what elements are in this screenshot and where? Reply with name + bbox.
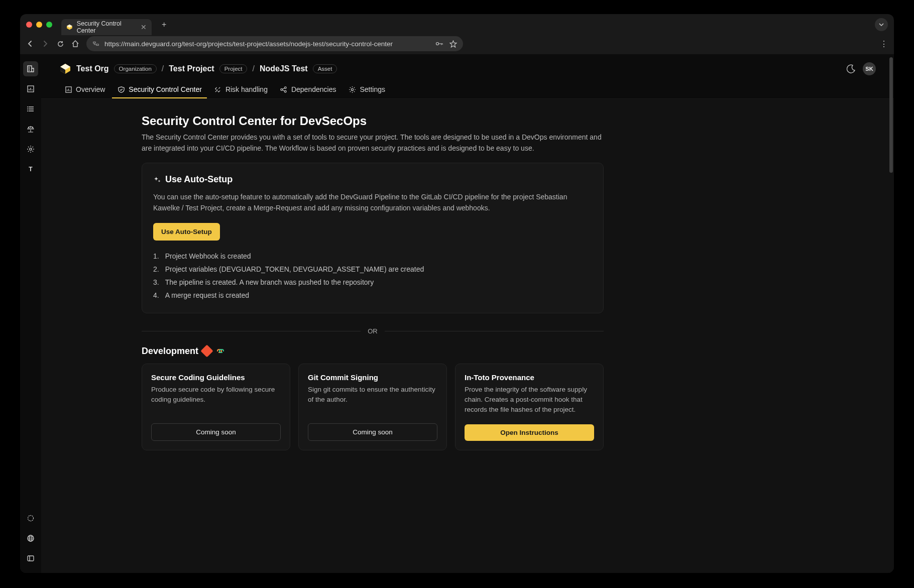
reload-button[interactable]: [56, 40, 64, 48]
sidebar-dashboard-button[interactable]: [23, 81, 38, 96]
moon-icon: [847, 64, 856, 73]
card-description: Produce secure code by following secure …: [151, 385, 281, 414]
scrollbar[interactable]: [889, 57, 893, 173]
auto-setup-steps: Project Webhook is created Project varia…: [153, 250, 592, 302]
tab-security-control-center[interactable]: Security Control Center: [112, 81, 207, 98]
new-tab-button[interactable]: +: [158, 18, 170, 31]
tab-label: Security Control Center: [129, 85, 202, 93]
sparkle-icon: [153, 176, 161, 184]
git-commit-signing-card: Git Commit Signing Sign git commits to e…: [298, 364, 447, 450]
gear-icon: [348, 85, 356, 93]
coming-soon-button[interactable]: Coming soon: [151, 423, 281, 441]
app-sidebar: T: [20, 54, 41, 573]
sidebar-org-button[interactable]: [23, 61, 38, 76]
page-content: Security Control Center for DevSecOps Th…: [41, 99, 894, 573]
card-description: Prove the integrity of the software supp…: [465, 385, 594, 415]
sidebar-help-button[interactable]: [23, 511, 38, 526]
breadcrumb: Test Org Organization / Test Project Pro…: [41, 54, 894, 78]
svg-point-4: [436, 42, 438, 45]
close-window-button[interactable]: [26, 22, 32, 28]
gear-icon: [27, 145, 35, 153]
panel-icon: [27, 554, 35, 562]
development-cards: Secure Coding Guidelines Produce secure …: [142, 364, 604, 450]
sidebar-settings-button[interactable]: [23, 142, 38, 157]
url-text: https://main.devguard.org/test-org/proje…: [104, 40, 393, 48]
setup-step: Project Webhook is created: [153, 250, 592, 263]
logo-icon: [59, 63, 71, 75]
tabs-dropdown-button[interactable]: [875, 18, 888, 31]
tab-overview[interactable]: Overview: [59, 81, 110, 98]
browser-tab[interactable]: Security Control Center ✕: [61, 19, 152, 35]
chevron-down-icon: [879, 22, 884, 27]
browser-tab-strip: Security Control Center ✕ +: [20, 14, 894, 35]
svg-rect-3: [96, 44, 98, 46]
tab-label: Dependencies: [291, 85, 336, 93]
card-title: In-Toto Provenance: [465, 373, 594, 382]
tab-risk-handling[interactable]: Risk handling: [209, 81, 273, 98]
tab-label: Overview: [76, 85, 105, 93]
chart-icon: [27, 85, 35, 93]
svg-point-10: [30, 148, 32, 150]
svg-point-20: [285, 86, 287, 88]
bookmark-star-icon[interactable]: [449, 40, 457, 48]
overview-icon: [64, 85, 72, 93]
sidebar-globe-button[interactable]: [23, 531, 38, 546]
secure-coding-card: Secure Coding Guidelines Produce secure …: [142, 364, 290, 450]
list-icon: [27, 105, 35, 113]
password-key-icon[interactable]: [435, 40, 443, 48]
browser-menu-button[interactable]: ⋮: [880, 39, 888, 49]
scale-icon: [27, 125, 35, 133]
home-button[interactable]: [71, 40, 79, 48]
share-icon: [280, 85, 288, 93]
card-title: Git Commit Signing: [308, 373, 437, 382]
site-info-icon[interactable]: [92, 40, 99, 47]
development-title: Development: [142, 346, 198, 357]
sidebar-org-letter[interactable]: T: [23, 162, 38, 177]
tab-label: Settings: [360, 85, 385, 93]
auto-setup-title: Use Auto-Setup: [165, 174, 233, 185]
sidebar-list-button[interactable]: [23, 101, 38, 116]
favicon-icon: [66, 24, 73, 31]
minimize-window-button[interactable]: [36, 22, 42, 28]
browser-toolbar: https://main.devguard.org/test-org/proje…: [20, 35, 894, 54]
breadcrumb-asset[interactable]: NodeJS Test: [260, 64, 308, 73]
open-instructions-button[interactable]: Open Instructions: [465, 424, 594, 441]
in-toto-provenance-card: In-Toto Provenance Prove the integrity o…: [455, 364, 604, 450]
or-divider: OR: [142, 327, 604, 335]
setup-step: Project variables (DEVGUARD_TOKEN, DEVGU…: [153, 263, 592, 276]
chain-link-icon: [215, 347, 225, 355]
auto-setup-card: Use Auto-Setup You can use the auto-setu…: [142, 163, 604, 313]
tools-icon: [214, 85, 222, 93]
svg-point-21: [285, 90, 287, 92]
back-button[interactable]: [26, 40, 34, 48]
setup-step: The pipeline is created. A new branch wa…: [153, 276, 592, 289]
svg-point-22: [351, 88, 353, 90]
page-tabs: Overview Security Control Center Risk ha…: [41, 78, 894, 99]
svg-point-7: [27, 106, 28, 107]
breadcrumb-separator: /: [252, 64, 254, 73]
auto-setup-description: You can use the auto-setup feature to au…: [153, 192, 592, 213]
git-icon: [200, 345, 213, 358]
avatar[interactable]: SK: [863, 62, 876, 75]
close-tab-icon[interactable]: ✕: [141, 23, 147, 31]
maximize-window-button[interactable]: [46, 22, 52, 28]
theme-toggle[interactable]: [847, 64, 856, 73]
tab-settings[interactable]: Settings: [343, 81, 390, 98]
breadcrumb-org[interactable]: Test Org: [76, 64, 109, 73]
globe-icon: [27, 534, 35, 542]
breadcrumb-org-pill: Organization: [114, 64, 157, 73]
page-title: Security Control Center for DevSecOps: [142, 114, 604, 128]
coming-soon-button[interactable]: Coming soon: [308, 423, 437, 441]
breadcrumb-project-pill: Project: [219, 64, 248, 73]
tab-dependencies[interactable]: Dependencies: [275, 81, 341, 98]
svg-point-9: [27, 110, 28, 111]
breadcrumb-separator: /: [162, 64, 164, 73]
forward-button[interactable]: [41, 40, 49, 48]
address-bar[interactable]: https://main.devguard.org/test-org/proje…: [86, 36, 463, 51]
sidebar-collapse-button[interactable]: [23, 551, 38, 566]
sidebar-compliance-button[interactable]: [23, 122, 38, 137]
tab-label: Risk handling: [225, 85, 268, 93]
use-auto-setup-button[interactable]: Use Auto-Setup: [153, 223, 220, 241]
setup-step: A merge request is created: [153, 289, 592, 302]
breadcrumb-project[interactable]: Test Project: [169, 64, 214, 73]
